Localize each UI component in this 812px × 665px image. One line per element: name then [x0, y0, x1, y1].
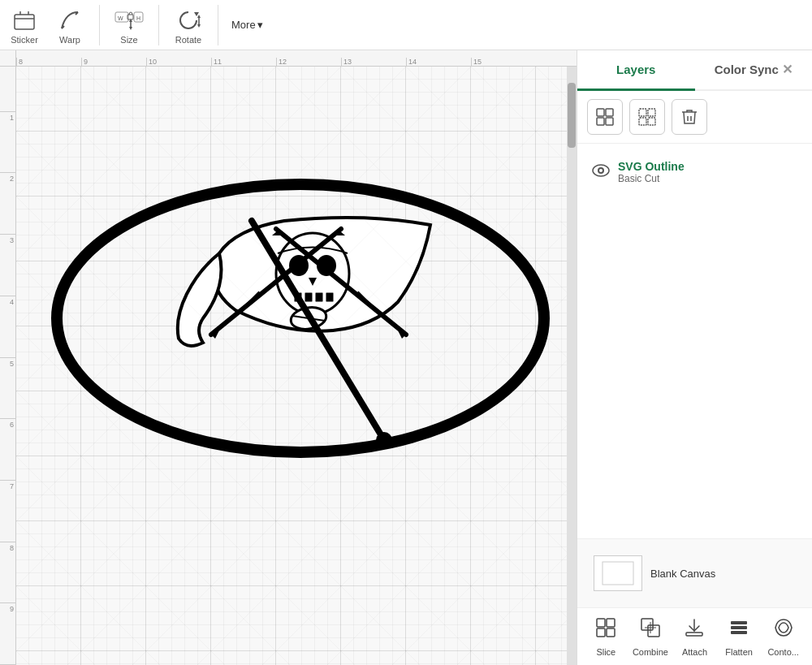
layer-item-svg[interactable]: SVG Outline Basic Cut — [587, 153, 802, 191]
ruler-mark-10: 10 — [146, 58, 211, 66]
delete-button[interactable] — [672, 99, 707, 135]
scrollbar-thumb[interactable] — [568, 83, 576, 148]
svg-rect-47 — [607, 628, 615, 637]
svg-line-29 — [292, 316, 325, 321]
panel-bottom: Blank Canvas — [577, 538, 812, 607]
divider-2 — [158, 5, 159, 45]
panel-toolbar — [577, 91, 812, 144]
vertical-scrollbar[interactable] — [567, 67, 577, 665]
svg-text:H: H — [136, 15, 140, 21]
contour-icon — [772, 616, 795, 644]
svg-text:W: W — [118, 15, 123, 21]
svg-rect-48 — [641, 619, 653, 630]
attach-icon — [683, 616, 706, 644]
svg-line-30 — [252, 221, 382, 436]
svg-rect-21 — [304, 292, 313, 302]
artwork-container[interactable] — [41, 156, 560, 481]
svg-point-17 — [276, 233, 349, 314]
ruler-mark-12: 12 — [276, 58, 341, 66]
flatten-button[interactable]: Flatten — [719, 616, 759, 657]
flatten-icon — [728, 616, 750, 644]
attach-button[interactable]: Attach — [674, 616, 715, 657]
svg-rect-39 — [648, 118, 655, 125]
main-area: 8 9 10 11 12 13 14 15 0 1 2 3 4 5 6 7 8 … — [0, 50, 812, 665]
svg-point-28 — [289, 304, 328, 331]
svg-marker-14 — [197, 15, 201, 18]
color-sync-close-icon[interactable]: ✕ — [782, 62, 793, 77]
slice-button[interactable]: Slice — [585, 616, 626, 657]
svg-line-27 — [357, 292, 374, 309]
divider-1 — [99, 5, 100, 45]
svg-rect-54 — [731, 621, 747, 624]
size-tool[interactable]: W H Size — [113, 6, 145, 45]
group-button[interactable] — [587, 99, 623, 135]
ruler-vertical: 0 1 2 3 4 5 6 7 8 9 — [0, 50, 16, 665]
svg-point-19 — [317, 255, 336, 276]
more-label: More — [231, 19, 256, 31]
flatten-label: Flatten — [725, 647, 753, 657]
ruler-mark-14: 14 — [406, 58, 471, 66]
tab-color-sync[interactable]: Color Sync ✕ — [695, 50, 813, 91]
svg-rect-49 — [648, 625, 659, 637]
warp-icon — [55, 6, 84, 35]
layer-list: SVG Outline Basic Cut — [577, 144, 812, 538]
svg-marker-8 — [129, 27, 132, 30]
svg-rect-20 — [294, 292, 302, 302]
svg-line-25 — [244, 292, 260, 309]
divider-3 — [218, 5, 218, 45]
svg-rect-45 — [607, 619, 615, 627]
warp-label: Warp — [59, 35, 80, 45]
combine-icon — [639, 616, 662, 644]
svg-rect-22 — [315, 292, 323, 302]
svg-point-18 — [289, 255, 309, 276]
svg-rect-23 — [326, 292, 334, 302]
svg-marker-15 — [197, 24, 201, 28]
ungroup-button[interactable] — [629, 99, 665, 135]
more-button[interactable]: More ▾ — [231, 19, 263, 31]
combine-label: Combine — [633, 647, 668, 657]
layer-info: SVG Outline Basic Cut — [618, 160, 685, 184]
svg-rect-55 — [731, 626, 747, 629]
svg-line-24 — [211, 229, 341, 335]
canvas-area[interactable]: 8 9 10 11 12 13 14 15 0 1 2 3 4 5 6 7 8 … — [0, 50, 577, 665]
contour-label: Conto... — [767, 647, 799, 657]
blank-canvas-thumbnail — [594, 555, 642, 591]
svg-point-31 — [376, 432, 392, 448]
rotate-label: Rotate — [175, 35, 201, 45]
svg-marker-12 — [194, 12, 199, 16]
ruler-mark-13: 13 — [341, 58, 406, 66]
panel-actions: Slice Combine — [577, 607, 812, 665]
svg-rect-44 — [597, 619, 605, 627]
ruler-horizontal: 8 9 10 11 12 13 14 15 — [16, 50, 577, 67]
ruler-mark-9: 9 — [81, 58, 146, 66]
toolbar: Sticker Warp W H — [0, 0, 812, 50]
ruler-mark-8: 8 — [16, 58, 81, 66]
tab-layers[interactable]: Layers — [577, 50, 695, 91]
sticker-icon — [10, 6, 39, 35]
rotate-tool[interactable]: Rotate — [172, 6, 205, 45]
slice-icon — [594, 616, 617, 644]
combine-button[interactable]: Combine — [630, 616, 671, 657]
layer-type: Basic Cut — [618, 173, 685, 184]
svg-rect-46 — [597, 628, 605, 637]
svg-point-42 — [599, 169, 603, 172]
chevron-down-icon: ▾ — [257, 19, 263, 31]
design-canvas[interactable] — [16, 67, 577, 665]
eye-icon[interactable] — [592, 164, 610, 181]
sticker-label: Sticker — [11, 35, 38, 45]
svg-rect-53 — [686, 633, 702, 636]
ruler-mark-15: 15 — [471, 58, 536, 66]
contour-button[interactable]: Conto... — [763, 616, 804, 657]
blank-canvas-preview[interactable]: Blank Canvas — [587, 549, 802, 598]
rotate-icon — [174, 6, 203, 35]
size-icon: W H — [114, 6, 144, 35]
panel-tabs: Layers Color Sync ✕ — [577, 50, 812, 91]
sticker-tool[interactable]: Sticker — [8, 6, 41, 45]
ruler-corner — [0, 50, 16, 67]
svg-rect-34 — [597, 118, 604, 125]
warp-tool[interactable]: Warp — [54, 6, 86, 45]
svg-rect-33 — [606, 109, 613, 116]
layer-name: SVG Outline — [618, 160, 685, 173]
svg-rect-56 — [731, 631, 747, 634]
svg-rect-38 — [639, 118, 646, 125]
